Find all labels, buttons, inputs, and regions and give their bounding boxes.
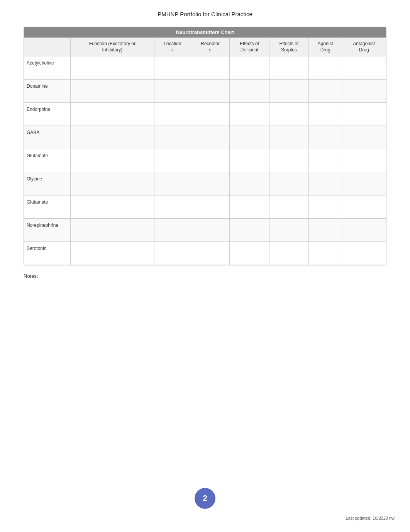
row-cell [269,103,308,126]
col-header-receptor: Receptor s [191,38,230,56]
row-neurotransmitter-name: Serotonin [24,242,71,265]
row-cell [191,80,230,103]
row-cell [269,242,308,265]
table-row: Glycine [24,172,386,195]
notes-label: Notes: [24,273,38,279]
table-row: Dopamine [24,80,386,103]
row-cell [309,103,342,126]
row-cell [71,242,154,265]
row-cell [342,242,386,265]
row-cell [309,242,342,265]
row-neurotransmitter-name: Glutamate [24,195,71,219]
table-row: Acetylcholine [24,56,386,80]
row-cell [191,56,230,80]
col-header-effects-deficient: Effects of Deficient [230,38,269,56]
row-cell [269,219,308,242]
col-header-agonist: Agonist Drug [309,38,342,56]
row-cell [154,56,191,80]
row-cell [154,80,191,103]
table-row: GABA [24,126,386,149]
row-cell [269,80,308,103]
row-cell [342,56,386,80]
page-title: PMHNP Portfolio for Clinical Practice [0,0,410,27]
row-cell [71,80,154,103]
table-header-row: Function (Excitatory or Inhibitory) Loca… [24,38,386,56]
table-row: Glutamate [24,195,386,219]
row-cell [309,149,342,172]
row-neurotransmitter-name: Dopamine [24,80,71,103]
row-neurotransmitter-name: GABA [24,126,71,149]
row-neurotransmitter-name: Norepinephrine [24,219,71,242]
row-cell [191,126,230,149]
chart-title: Neurotransmitters Chart [24,27,386,37]
table-row: Norepinephrine [24,219,386,242]
row-cell [230,195,269,219]
row-cell [230,149,269,172]
row-cell [230,219,269,242]
row-cell [230,103,269,126]
row-cell [71,195,154,219]
row-cell [309,172,342,195]
row-cell [154,242,191,265]
page-number: 2 [195,488,215,509]
row-cell [269,126,308,149]
row-cell [71,56,154,80]
row-cell [309,126,342,149]
notes-section: Notes: [24,273,386,279]
table-row: Glutamate [24,149,386,172]
row-cell [71,103,154,126]
row-cell [71,172,154,195]
row-neurotransmitter-name: Endorphins [24,103,71,126]
row-cell [230,242,269,265]
row-cell [342,219,386,242]
col-header-effects-surplus: Effects of Surplus [269,38,308,56]
row-cell [230,126,269,149]
row-cell [154,172,191,195]
row-cell [191,103,230,126]
row-cell [154,103,191,126]
row-cell [342,172,386,195]
row-cell [342,103,386,126]
row-cell [342,195,386,219]
row-cell [71,219,154,242]
row-cell [154,126,191,149]
row-cell [154,149,191,172]
row-cell [191,219,230,242]
table-row: Serotonin [24,242,386,265]
row-cell [309,80,342,103]
col-header-name [24,38,71,56]
last-updated-label: Last updated: 10/2020 nw [346,516,395,520]
table-row: Endorphins [24,103,386,126]
row-cell [269,172,308,195]
neurotransmitters-chart: Neurotransmitters Chart Function (Excita… [24,27,386,265]
row-cell [230,80,269,103]
row-cell [230,56,269,80]
row-cell [154,195,191,219]
row-neurotransmitter-name: Glutamate [24,149,71,172]
row-cell [309,56,342,80]
row-cell [269,149,308,172]
row-cell [342,80,386,103]
col-header-function: Function (Excitatory or Inhibitory) [71,38,154,56]
col-header-location: Location s [154,38,191,56]
row-cell [342,126,386,149]
row-cell [191,195,230,219]
row-neurotransmitter-name: Glycine [24,172,71,195]
row-cell [71,126,154,149]
row-cell [71,149,154,172]
row-cell [191,172,230,195]
row-cell [342,149,386,172]
row-cell [230,172,269,195]
row-neurotransmitter-name: Acetylcholine [24,56,71,80]
row-cell [191,242,230,265]
row-cell [309,195,342,219]
row-cell [191,149,230,172]
row-cell [269,56,308,80]
row-cell [309,219,342,242]
col-header-antagonist: Antagonist Drug [342,38,386,56]
row-cell [154,219,191,242]
row-cell [269,195,308,219]
